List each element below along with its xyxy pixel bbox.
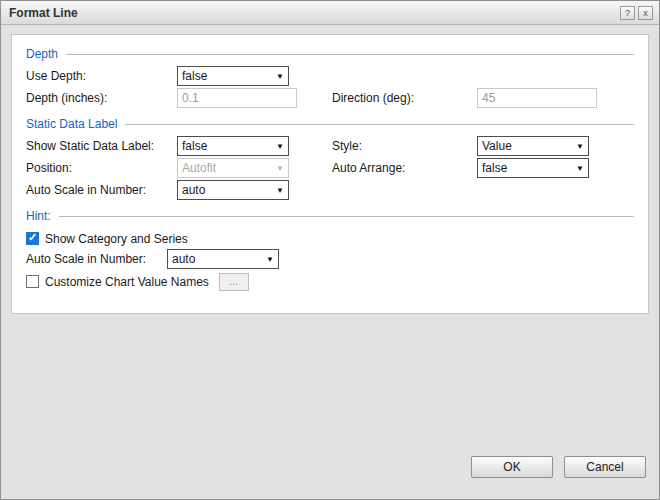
customize-label: Customize Chart Value Names: [45, 275, 209, 289]
section-divider: [59, 216, 634, 217]
format-line-dialog: Format Line ? x Depth Use Depth: false D…: [0, 0, 660, 500]
hint-auto-scale-label: Auto Scale in Number:: [26, 252, 146, 266]
auto-arrange-label: Auto Arrange:: [332, 161, 405, 175]
depth-section-title: Depth: [26, 47, 58, 61]
ellipsis-button[interactable]: ...: [219, 273, 249, 291]
style-select[interactable]: Value: [477, 136, 589, 156]
hint-section-title: Hint:: [26, 209, 51, 223]
style-value: Value: [482, 139, 572, 153]
direction-label: Direction (deg):: [332, 91, 414, 105]
titlebar: Format Line ? x: [1, 1, 659, 25]
chevron-down-icon: [272, 72, 288, 81]
position-select: Autofit: [177, 158, 289, 178]
cancel-button[interactable]: Cancel: [564, 456, 646, 478]
show-static-select[interactable]: false: [177, 136, 289, 156]
show-static-row: Show Static Data Label: false Style: Val…: [26, 136, 634, 158]
content-panel: Depth Use Depth: false Depth (inches): D…: [11, 34, 649, 314]
show-category-row: Show Category and Series: [26, 228, 634, 249]
dialog-title: Format Line: [9, 6, 78, 20]
chevron-down-icon: [572, 164, 588, 173]
chevron-down-icon: [272, 142, 288, 151]
dialog-footer: OK Cancel: [471, 456, 646, 478]
sdl-auto-scale-select[interactable]: auto: [177, 180, 289, 200]
depth-inches-input[interactable]: [177, 88, 297, 108]
style-label: Style:: [332, 139, 362, 153]
sdl-auto-scale-row: Auto Scale in Number: auto: [26, 180, 634, 202]
help-icon[interactable]: ?: [620, 6, 635, 20]
show-static-label: Show Static Data Label:: [26, 139, 154, 153]
customize-row: Customize Chart Value Names ...: [26, 271, 634, 292]
auto-arrange-select[interactable]: false: [477, 158, 589, 178]
chevron-down-icon: [272, 186, 288, 195]
use-depth-value: false: [182, 69, 272, 83]
chevron-down-icon: [572, 142, 588, 151]
depth-section-header: Depth: [26, 45, 634, 63]
section-divider: [66, 54, 634, 55]
depth-inches-row: Depth (inches): Direction (deg):: [26, 88, 634, 110]
position-row: Position: Autofit Auto Arrange: false: [26, 158, 634, 180]
sdl-section-title: Static Data Label: [26, 117, 117, 131]
hint-auto-scale-value: auto: [172, 252, 262, 266]
hint-section-header: Hint:: [26, 207, 634, 225]
use-depth-label: Use Depth:: [26, 69, 86, 83]
show-category-label: Show Category and Series: [45, 232, 188, 246]
show-static-value: false: [182, 139, 272, 153]
direction-input[interactable]: [477, 88, 597, 108]
customize-checkbox[interactable]: [26, 275, 39, 288]
ok-button[interactable]: OK: [471, 456, 553, 478]
chevron-down-icon: [262, 255, 278, 264]
use-depth-row: Use Depth: false: [26, 66, 634, 88]
close-icon[interactable]: x: [638, 6, 653, 20]
sdl-auto-scale-label: Auto Scale in Number:: [26, 183, 146, 197]
chevron-down-icon: [272, 164, 288, 173]
sdl-auto-scale-value: auto: [182, 183, 272, 197]
hint-auto-scale-select[interactable]: auto: [167, 249, 279, 269]
use-depth-select[interactable]: false: [177, 66, 289, 86]
position-value: Autofit: [182, 161, 272, 175]
position-label: Position:: [26, 161, 72, 175]
auto-arrange-value: false: [482, 161, 572, 175]
section-divider: [125, 124, 634, 125]
depth-inches-label: Depth (inches):: [26, 91, 107, 105]
show-category-checkbox[interactable]: [26, 232, 39, 245]
sdl-section-header: Static Data Label: [26, 115, 634, 133]
hint-auto-scale-row: Auto Scale in Number: auto: [26, 249, 634, 271]
